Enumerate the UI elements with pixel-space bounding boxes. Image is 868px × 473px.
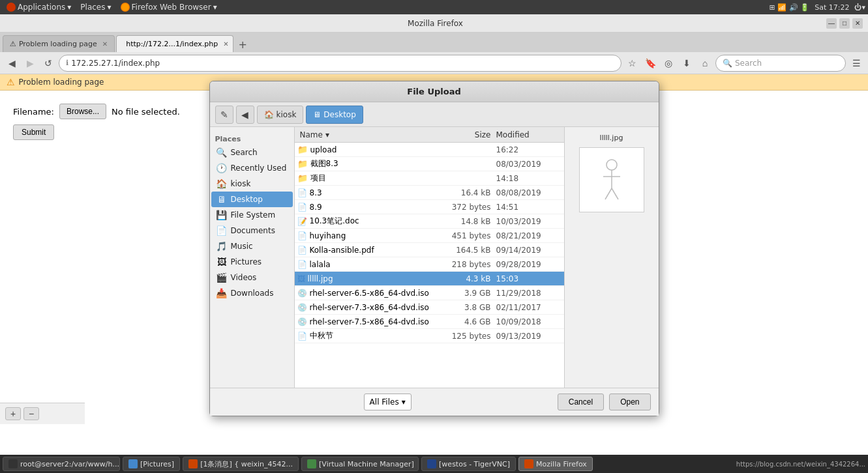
taskbar-item-tigervnc[interactable]: [westos - TigerVNC]: [421, 457, 516, 471]
file-size: 4.3 kB: [438, 274, 496, 283]
file-size: 164.5 kB: [438, 246, 496, 255]
power-icon[interactable]: ⏻▾: [854, 3, 865, 12]
taskbar-item-terminal[interactable]: root@server2:/var/www/h...: [3, 457, 120, 471]
taskbar: root@server2:/var/www/h... [Pictures] [1…: [0, 455, 868, 473]
pictures-label: Pictures: [231, 257, 262, 266]
sidebar-item-recently-used[interactable]: 🕐 Recently Used: [211, 160, 293, 176]
file-name: 📄 lalala: [297, 260, 438, 269]
sidebar-item-documents[interactable]: 📄 Documents: [211, 223, 293, 238]
sidebar-item-kiosk[interactable]: 🏠 kiosk: [211, 176, 293, 192]
tab-1-close[interactable]: ✕: [102, 40, 108, 48]
bookmark-list-button[interactable]: 🔖: [642, 55, 658, 71]
path-kiosk-btn[interactable]: 🏠 kiosk: [257, 106, 304, 124]
bookmark-star-button[interactable]: ☆: [624, 55, 640, 71]
file-row[interactable]: 📄 8.9 372 bytes 14:51: [295, 200, 564, 214]
back-nav-button[interactable]: ◀: [236, 106, 254, 124]
minimize-button[interactable]: —: [826, 18, 837, 29]
taskbar-item-pictures[interactable]: [Pictures]: [123, 457, 180, 471]
file-row[interactable]: 📁 项目 14:18: [295, 171, 564, 186]
edit-button[interactable]: ✎: [215, 106, 233, 124]
dialog-toolbar: ✎ ◀ 🏠 kiosk 🖥 Desktop: [210, 102, 659, 127]
tab-1-label: Problem loading page: [19, 40, 97, 48]
file-row[interactable]: 🖼 lllll.jpg 4.3 kB 15:03: [295, 272, 564, 286]
file-size: 16.4 kB: [438, 188, 496, 197]
iso-icon: 💿: [297, 317, 307, 326]
file-row[interactable]: 📄 huyihang 451 bytes 08/21/2019: [295, 229, 564, 243]
col-name-header[interactable]: Name ▾: [297, 130, 438, 139]
maximize-button[interactable]: □: [839, 18, 850, 29]
file-name: 📁 项目: [297, 173, 438, 184]
taskbar-item-firefox2[interactable]: Mozilla Firefox: [518, 457, 593, 471]
file-row[interactable]: 📄 lalala 218 bytes 09/28/2019: [295, 257, 564, 272]
forward-button[interactable]: ▶: [22, 55, 38, 71]
file-name: 🖼 lllll.jpg: [297, 274, 438, 283]
url-bar[interactable]: ℹ 172.25.27.1/index.php: [59, 55, 621, 72]
file-icon: 📄: [297, 231, 307, 240]
file-name: 💿 rhel-server-6.5-x86_64-dvd.iso: [297, 289, 438, 298]
sidebar-item-pictures[interactable]: 🖼 Pictures: [211, 254, 293, 270]
file-row[interactable]: 📄 8.3 16.4 kB 08/08/2019: [295, 186, 564, 200]
file-modified: 14:51: [496, 203, 561, 212]
file-row[interactable]: 📄 中秋节 125 bytes 09/13/2019: [295, 329, 564, 343]
pictures-icon: 🖼: [217, 257, 227, 267]
search-nav-bar[interactable]: 🔍 Search: [715, 55, 846, 72]
file-icon: 📄: [297, 260, 307, 269]
desktop-folder-icon: 🖥: [313, 110, 321, 119]
dialog-bottom: All Files ▾ Cancel Open: [210, 388, 659, 416]
sidebar-item-videos[interactable]: 🎬 Videos: [211, 270, 293, 285]
file-row[interactable]: 📁 截图8.3 08/03/2019: [295, 157, 564, 171]
file-row[interactable]: 💿 rhel-server-7.5-x86_64-dvd.iso 4.6 GB …: [295, 315, 564, 329]
add-place-button[interactable]: +: [5, 407, 21, 420]
file-row[interactable]: 📄 Kolla-ansible.pdf 164.5 kB 09/14/2019: [295, 243, 564, 257]
file-row[interactable]: 💿 rhel-server-6.5-x86_64-dvd.iso 3.9 GB …: [295, 286, 564, 300]
file-size: 14.8 kB: [438, 217, 496, 226]
back-button[interactable]: ◀: [4, 55, 20, 71]
refresh-button[interactable]: ↺: [40, 55, 56, 71]
sidebar-item-desktop[interactable]: 🖥 Desktop: [211, 192, 293, 207]
dialog-body: Places 🔍 Search 🕐 Recently Used 🏠 kiosk …: [210, 127, 659, 388]
file-name: 📄 中秋节: [297, 330, 438, 341]
sidebar-item-search[interactable]: 🔍 Search: [211, 145, 293, 160]
col-modified-header[interactable]: Modified: [496, 130, 561, 139]
open-button[interactable]: Open: [609, 394, 650, 410]
file-name: 📁 upload: [297, 145, 438, 154]
browser-icon: [121, 3, 130, 12]
file-row[interactable]: 📝 10.3笔记.doc 14.8 kB 10/03/2019: [295, 214, 564, 229]
url-text: 172.25.27.1/index.php: [71, 59, 614, 68]
menu-button[interactable]: ☰: [848, 55, 864, 71]
tab-2-close[interactable]: ✕: [223, 40, 228, 48]
tab-2[interactable]: http://172.2...1/index.php ✕: [116, 35, 233, 52]
sidebar-item-downloads[interactable]: 📥 Downloads: [211, 285, 293, 301]
taskbar-icon: [307, 459, 316, 468]
applications-menu[interactable]: Applications ▾: [3, 1, 75, 13]
taskbar-item-vmm[interactable]: [Virtual Machine Manager]: [301, 457, 419, 471]
all-files-dropdown[interactable]: All Files ▾: [364, 394, 412, 410]
download-button[interactable]: ⬇: [679, 55, 695, 71]
pocket-button[interactable]: ◎: [661, 55, 676, 71]
taskbar-icon: [427, 459, 436, 468]
cancel-button[interactable]: Cancel: [558, 394, 604, 410]
file-row[interactable]: 📁 upload 16:22: [295, 143, 564, 157]
search-label: Search: [231, 148, 258, 157]
col-size-header[interactable]: Size: [438, 130, 496, 139]
taskbar-item-label: [westos - TigerVNC]: [439, 460, 510, 468]
taskbar-item-firefox1[interactable]: [1条消息] { weixin_4542...: [183, 457, 299, 471]
datetime: Sat 17:22: [815, 3, 849, 12]
downloads-label: Downloads: [231, 289, 274, 298]
search-icon: 🔍: [217, 147, 227, 158]
taskbar-item-label: root@server2:/var/www/h...: [20, 460, 119, 468]
path-desktop-btn[interactable]: 🖥 Desktop: [306, 106, 363, 124]
home-button[interactable]: ⌂: [697, 55, 713, 71]
places-section-label: Places: [210, 132, 294, 145]
remove-place-button[interactable]: −: [23, 407, 39, 420]
sidebar-item-music[interactable]: 🎵 Music: [211, 238, 293, 254]
dialog-action-buttons: Cancel Open: [558, 394, 651, 410]
tab-1[interactable]: ⚠ Problem loading page ✕: [3, 35, 115, 52]
places-menu[interactable]: Places ▾: [76, 1, 115, 13]
sidebar-item-file-system[interactable]: 💾 File System: [211, 207, 293, 223]
close-button[interactable]: ✕: [852, 18, 863, 29]
file-row[interactable]: 💿 rhel-server-7.3-x86_64-dvd.iso 3.8 GB …: [295, 300, 564, 315]
music-label: Music: [231, 242, 253, 251]
browser-menu[interactable]: Firefox Web Browser ▾: [117, 1, 221, 13]
new-tab-button[interactable]: +: [235, 36, 250, 52]
